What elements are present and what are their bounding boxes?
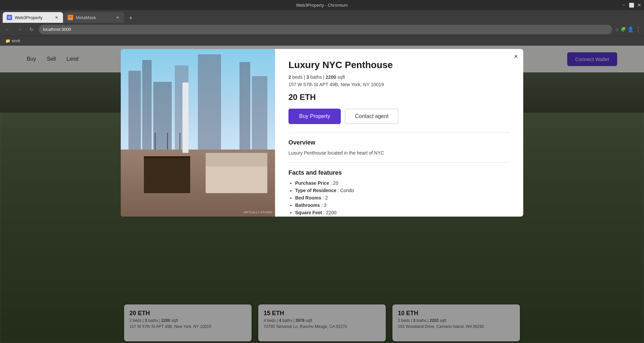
contact-agent-button[interactable]: Contact agent [345,109,398,124]
property-price: 20 ETH [288,93,510,102]
bookmark-star-icon[interactable]: ☆ [615,27,619,32]
divider-1 [288,132,510,132]
window-controls[interactable]: － ⬜ ✕ [621,0,644,10]
property-image: VIRTUALLY STAGED [121,49,275,217]
building-6 [252,76,267,158]
pendant-3 [179,133,180,150]
building-2 [142,60,152,158]
bookmark-label: work [12,39,20,43]
browser-title: Web3Property - Chromium [296,3,348,8]
modal-close-button[interactable]: × [514,53,518,60]
property-modal: × [121,49,523,217]
pendant-1 [155,133,156,150]
reload-button[interactable]: ↻ [27,25,36,34]
bookmarks-bar: 📁 work [0,36,644,46]
modal-overlay: × [0,46,644,343]
virtually-staged-label: VIRTUALLY STAGED [243,211,272,214]
tab-label-web3property: Web3Property [15,15,51,20]
facts-section: Facts and features Purchase Price : 20Ty… [288,169,510,217]
overview-text: Luxury Penthouse located in the heart of… [288,150,510,156]
kitchen-island [144,156,190,193]
modal-details: Luxury NYC Penthouse 2 beds | 3 baths | … [275,49,523,217]
new-tab-button[interactable]: + [126,13,136,23]
address-input[interactable] [39,25,612,34]
extensions-icon[interactable]: 🧩 [621,27,626,32]
folder-icon: 📁 [5,39,10,43]
fact-item-1: Type of Residence : Condo [295,188,510,193]
property-title: Luxury NYC Penthouse [288,60,510,70]
fact-item-0: Purchase Price : 20 [295,180,510,186]
facts-list: Purchase Price : 20Type of Residence : C… [288,180,510,217]
facts-title: Facts and features [288,169,510,176]
baths-count: 3 [305,74,309,80]
action-buttons: Buy Property Contact agent [288,109,510,124]
tab-close-metamask[interactable]: ✕ [115,15,120,20]
sofa-back [206,153,267,166]
column [182,82,189,153]
tab-close-web3property[interactable]: ✕ [54,15,59,20]
building-1 [128,71,141,158]
bookmark-work[interactable]: 📁 work [3,38,23,44]
building-7 [239,62,250,158]
fact-item-3: Bathrooms : 3 [295,203,510,208]
sky-bg [121,49,275,158]
buy-property-button[interactable]: Buy Property [288,109,341,124]
tab-favicon-web3property: W [7,15,12,20]
beds-count: 2 [288,74,291,80]
tab-metamask[interactable]: 🦊 MetaMask ✕ [64,12,124,23]
overview-title: Overview [288,139,510,146]
building-5 [198,54,221,158]
back-button[interactable]: ← [3,25,12,34]
profile-icon[interactable]: 👤 [627,26,634,33]
forward-button[interactable]: → [15,25,24,34]
fact-item-4: Square Feet : 2200 [295,210,510,215]
island-top [144,156,190,158]
property-address: 157 W 57th St APT 49B, New York, NY 1001… [288,82,510,87]
divider-2 [288,162,510,163]
address-bar: ← → ↻ ☆ 🧩 👤 ⋮ [0,23,644,36]
tab-favicon-metamask: 🦊 [68,15,73,20]
fact-item-2: Bed Rooms : 2 [295,195,510,201]
menu-icon[interactable]: ⋮ [635,26,641,33]
property-meta: 2 beds | 3 baths | 2200 sqft [288,74,510,80]
page-content: Buy Sell Lend 🏠 Web3 Property Connect Wa… [0,46,644,343]
address-bar-icons: ☆ 🧩 👤 ⋮ [615,26,641,33]
pendant-2 [167,133,168,150]
room-scene: VIRTUALLY STAGED [121,49,275,217]
tab-label-metamask: MetaMask [76,15,112,20]
sqft-count: 2200 [326,74,336,80]
tab-web3property[interactable]: W Web3Property ✕ [3,12,63,23]
building-3 [153,82,172,158]
tab-bar: W Web3Property ✕ 🦊 MetaMask ✕ + [0,10,644,23]
room-floor [121,150,275,217]
